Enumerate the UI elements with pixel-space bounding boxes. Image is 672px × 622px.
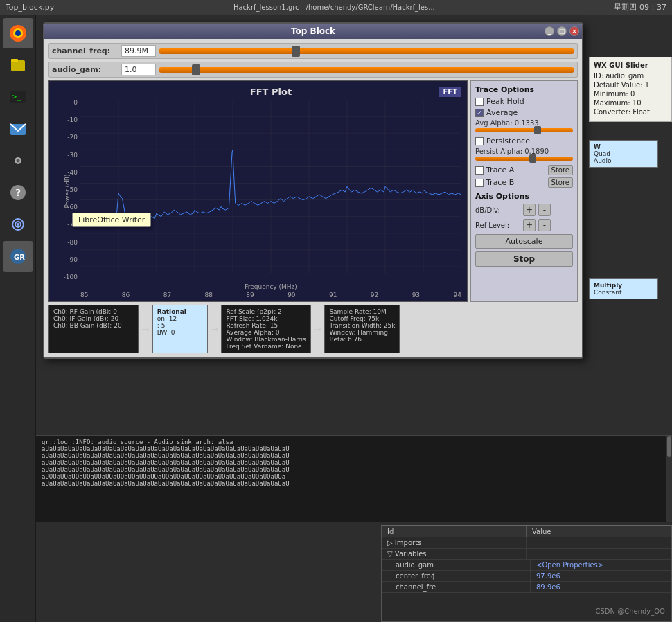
trace-a-store-button[interactable]: Store <box>548 165 573 175</box>
ref-level-plus-button[interactable]: + <box>523 219 536 231</box>
trace-options-panel: Trace Options Peak Hold Average Avg Alph… <box>470 80 578 302</box>
system-top-bar: Top_block.py Hackrf_lesson1.grc - /home/… <box>0 0 672 15</box>
window-body: channel_freq: 89.9M audio_gam: 1.0 FFT P… <box>44 39 582 357</box>
persistence-row: Persistence <box>475 136 573 145</box>
db-div-plus-button[interactable]: + <box>523 204 536 216</box>
channel-freq-var-row[interactable]: channel_fre 89.9e6 <box>382 582 671 593</box>
ref-scale: Ref Scale (p2p): 2 <box>226 308 306 315</box>
tooltip-text: LibreOffice Writer <box>78 215 145 224</box>
imports-row[interactable]: ▷ Imports <box>382 537 671 549</box>
wx-title: WX GUI Slider <box>594 62 667 69</box>
log-scrollbar[interactable] <box>666 436 672 522</box>
channel-freq-value[interactable]: 89.9M <box>121 45 156 57</box>
close-button[interactable]: × <box>569 26 579 36</box>
rf-gain-info: Ch0: RF Gain (dB): 0 Ch0: IF Gain (dB): … <box>48 305 139 353</box>
fft-ylabel: Power (dB) <box>64 175 71 208</box>
trace-a-checkbox[interactable] <box>475 166 484 175</box>
avg-alpha-thumb[interactable] <box>534 126 541 134</box>
svg-text:>_: >_ <box>12 93 21 101</box>
channel-freq-var-value: 89.9e6 <box>531 582 671 592</box>
connector-arrow3: → <box>314 305 322 353</box>
db-div-label: dB/Div: <box>475 206 520 214</box>
wfm-quad: Quad <box>594 150 653 157</box>
center-freq-var-row[interactable]: center_fre¢ 97.9e6 <box>382 571 671 582</box>
wx-id: ID: audio_gam <box>594 72 667 80</box>
svg-rect-3 <box>11 60 25 71</box>
taskbar-icon-settings[interactable] <box>3 145 33 176</box>
log-area[interactable]: gr::log :INFO: audio source - Audio sink… <box>36 435 672 522</box>
cutoff-freq: Cutoff Freq: 75k <box>329 315 395 322</box>
taskbar-icon-gnuradio[interactable]: GR <box>3 241 33 272</box>
taskbar-icon-files[interactable] <box>3 50 33 80</box>
svg-point-2 <box>15 30 21 36</box>
fft-container: FFT Plot FFT 0 -10 -20 -30 -40 -50 -60 -… <box>48 80 578 302</box>
average-row: Average <box>475 108 573 117</box>
audio-gam-thumb[interactable] <box>192 64 200 75</box>
minimize-button[interactable]: _ <box>545 26 554 36</box>
fft-settings-info: Ref Scale (p2p): 2 FFT Size: 1.024k Refr… <box>221 305 310 353</box>
vars-header: Id Value <box>382 526 671 537</box>
if-gain-row: Ch0: IF Gain (dB): 20 <box>53 315 134 322</box>
audio-gam-value[interactable]: 1.0 <box>121 64 156 75</box>
trace-b-row: Trace B Store <box>475 177 573 188</box>
window-title: Top Block <box>291 26 335 36</box>
taskbar-icon-help[interactable]: ? <box>3 177 33 208</box>
log-scroll-thumb[interactable] <box>667 436 671 457</box>
window-controls: _ □ × <box>545 26 579 36</box>
taskbar-icon-email[interactable] <box>3 114 33 144</box>
autoscale-button[interactable]: Autoscale <box>475 234 573 249</box>
channel-freq-var-id: channel_fre <box>382 582 531 592</box>
audio-gam-var-row[interactable]: audio_gam <Open Properties> <box>382 560 671 571</box>
ref-level-row: Ref Level: + - <box>475 219 573 231</box>
audio-gam-slider[interactable] <box>159 67 574 73</box>
db-div-minus-button[interactable]: - <box>538 204 551 216</box>
main-area: Top Block _ □ × channel_freq: 89.9M audi… <box>36 15 672 622</box>
peak-hold-checkbox[interactable] <box>475 98 484 106</box>
avg-alpha-slider[interactable] <box>475 128 573 132</box>
imports-cell-value <box>527 537 671 548</box>
window-hamming: Window: Hamming <box>329 329 395 336</box>
persistence-checkbox[interactable] <box>475 137 484 145</box>
trace-b-store-button[interactable]: Store <box>548 177 573 188</box>
top-block-window: Top Block _ □ × channel_freq: 89.9M audi… <box>43 22 583 359</box>
log-line-3: aUaUaUaUaUaUaUaUaUaUaUaUaUaUaUaUaUaUaUaU… <box>42 459 666 466</box>
restore-button[interactable]: □ <box>557 26 567 36</box>
variables-row[interactable]: ▽ Variables <box>382 549 671 560</box>
wx-maximum: Maximum: 10 <box>594 99 667 107</box>
window-type: Window: Blackman-Harris <box>226 336 306 343</box>
rational-resampler-block: Rational on: 12 : 5 BW: 0 <box>152 305 208 353</box>
stop-button[interactable]: Stop <box>475 251 573 267</box>
variables-cell-id: ▽ Variables <box>382 549 527 559</box>
audio-gam-label: audio_gam: <box>52 65 121 74</box>
multiply-const-block: Multiply Constant <box>589 278 658 299</box>
axis-options-section: Axis Options dB/Div: + - Ref Level: + - … <box>475 192 573 267</box>
center-freq-var-id: center_fre¢ <box>382 571 531 581</box>
fft-badge[interactable]: FFT <box>439 87 461 97</box>
audio-gam-var-value: <Open Properties> <box>531 560 671 570</box>
persist-alpha-thumb[interactable] <box>529 154 536 163</box>
svg-point-9 <box>16 159 19 163</box>
svg-rect-4 <box>11 59 18 62</box>
taskbar-icon-network[interactable] <box>3 209 33 240</box>
average-checkbox[interactable] <box>475 109 484 117</box>
center-freq-var-value: 97.9e6 <box>531 571 671 581</box>
svg-point-14 <box>17 223 19 226</box>
persist-alpha-slider[interactable] <box>475 157 573 161</box>
taskbar-icon-terminal[interactable]: >_ <box>3 82 33 112</box>
fft-xaxis: 85 86 87 88 89 90 91 92 93 94 <box>80 292 461 299</box>
trace-b-checkbox[interactable] <box>475 179 484 187</box>
taskbar-icon-firefox[interactable] <box>3 18 33 48</box>
connector-arrow: → <box>141 305 150 353</box>
ref-level-minus-button[interactable]: - <box>538 219 551 231</box>
audio-gam-var-id: audio_gam <box>382 560 531 570</box>
wfm-audio: Audio <box>594 157 653 164</box>
channel-freq-thumb[interactable] <box>292 46 300 57</box>
freq-set-varname: Freq Set Varname: None <box>226 343 306 350</box>
transition-width: Transition Width: 25k <box>329 322 395 329</box>
channel-freq-slider[interactable] <box>159 48 574 54</box>
peak-hold-label: Peak Hold <box>486 97 524 106</box>
persist-alpha-label: Persist Alpha: 0.1890 <box>475 148 573 155</box>
resampler-label: Rational <box>157 308 203 315</box>
trace-a-label: Trace A <box>486 166 514 175</box>
sample-rate: Sample Rate: 10M <box>329 308 395 315</box>
